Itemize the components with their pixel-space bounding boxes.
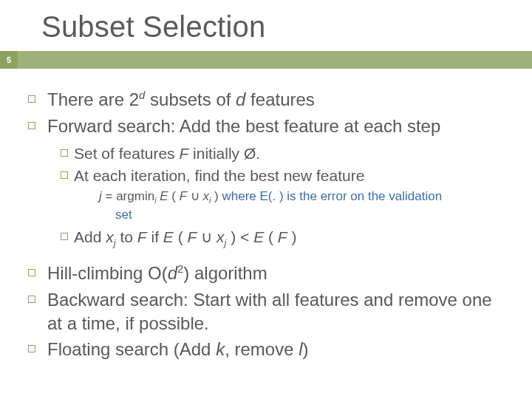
formula-line-2: set	[61, 208, 508, 222]
sub-1: Set of features F initially Ø.	[61, 143, 508, 163]
bullet-icon	[28, 296, 35, 303]
it-d: d	[168, 263, 177, 283]
t: , remove	[225, 339, 299, 359]
sub-3-text: Add xj to F if E ( F ∪ xj ) < E ( F )	[74, 227, 297, 247]
bullet-3-text: Hill-climbing O(d2) algorithm	[47, 262, 267, 285]
t: )	[303, 339, 309, 359]
bullet-2: Forward search: Add the best feature at …	[49, 115, 508, 138]
checkbox-icon	[61, 233, 68, 240]
page-number: 5	[0, 51, 18, 69]
bullet-icon	[28, 345, 35, 352]
bullet-2-text: Forward search: Add the best feature at …	[47, 115, 440, 138]
t: subsets of	[145, 89, 236, 109]
t: (	[174, 228, 188, 245]
t: Hill-climbing O(	[47, 263, 168, 283]
slide: Subset Selection 5 There are 2d subsets …	[0, 0, 532, 399]
var-E: E	[163, 228, 174, 245]
t: (	[168, 189, 180, 203]
var-F: F	[187, 228, 197, 245]
t: initially Ø.	[188, 145, 260, 162]
t: )	[287, 228, 297, 245]
it-F: F	[179, 145, 188, 162]
formula-line: j = argmini E ( F ∪ xi ) where E(. ) is …	[61, 188, 508, 205]
bullet-1: There are 2d subsets of d features	[49, 88, 508, 112]
t: Set of features	[74, 145, 179, 162]
var-x: x	[106, 228, 114, 245]
sub-1-text: Set of features F initially Ø.	[74, 143, 260, 163]
bullet-1-text: There are 2d subsets of d features	[47, 88, 315, 112]
var-E: E	[253, 228, 264, 245]
cup-symbol: ∪	[197, 228, 216, 245]
bullet-icon	[28, 95, 35, 103]
content-area: There are 2d subsets of d features Forwa…	[0, 69, 532, 361]
t: to	[116, 228, 137, 245]
t: Add	[74, 228, 106, 245]
var-F: F	[278, 228, 287, 245]
var-F: F	[180, 189, 187, 203]
t: features	[245, 89, 314, 109]
bullet-4-text: Backward search: Start with all features…	[47, 288, 508, 335]
t: Floating search (Add	[47, 339, 216, 359]
t: There are 2	[47, 89, 139, 109]
t: ) algorithm	[183, 263, 267, 283]
bullet-3: Hill-climbing O(d2) algorithm	[49, 262, 508, 285]
accent-bar: 5	[0, 51, 532, 69]
var-x: x	[216, 228, 225, 245]
checkbox-icon	[61, 149, 68, 157]
checkbox-icon	[61, 171, 68, 179]
t: if	[147, 228, 163, 245]
sub-2: At each iteration, find the best new fea…	[61, 166, 508, 185]
sub-2-text: At each iteration, find the best new fea…	[74, 166, 364, 185]
var-E: E	[160, 189, 168, 203]
bullet-icon	[28, 269, 35, 276]
var-x: x	[203, 189, 210, 203]
slide-title: Subset Selection	[0, 0, 532, 51]
var-F: F	[137, 228, 147, 245]
t: (	[264, 228, 278, 245]
bullet-5-text: Floating search (Add k, remove l)	[47, 338, 309, 361]
bullet-4: Backward search: Start with all features…	[49, 288, 508, 335]
sub-list: Set of features F initially Ø. At each i…	[49, 143, 508, 247]
it-d: d	[236, 89, 245, 109]
bullet-5: Floating search (Add k, remove l)	[49, 338, 508, 361]
sub-3: Add xj to F if E ( F ∪ xj ) < E ( F )	[61, 227, 508, 247]
bullet-icon	[28, 122, 35, 129]
t: = argmin	[102, 189, 154, 203]
it-k: k	[216, 339, 225, 359]
t: )	[211, 189, 218, 203]
cup-symbol: ∪	[187, 189, 202, 203]
t: ) <	[226, 228, 253, 245]
blue-text: where E(. ) is the error on the validati…	[219, 189, 442, 203]
